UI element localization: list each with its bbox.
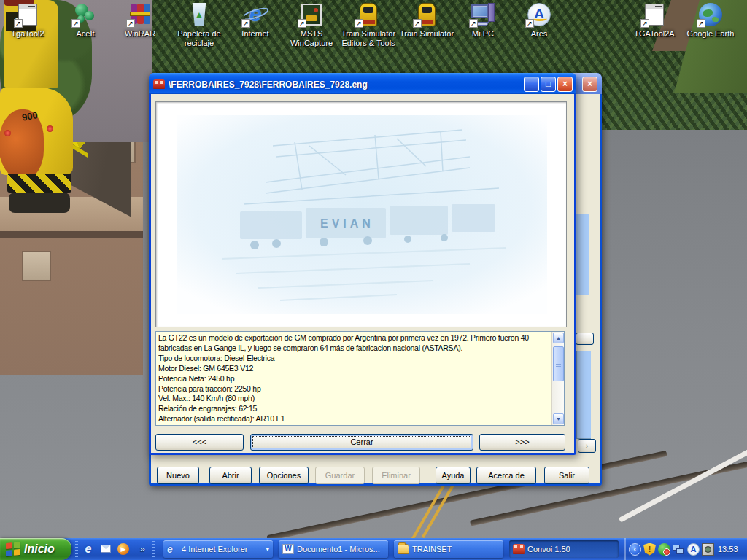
eng-file-dialog: \FERROBAIRES_7928\FERROBAIRES_7928.eng _…: [149, 73, 576, 455]
taskbar-button-internet-explorer[interactable]: e 4 Internet Explorer ▾: [163, 540, 273, 558]
minimize-button[interactable]: _: [524, 77, 539, 92]
start-button[interactable]: Inicio: [0, 538, 71, 560]
crane-hazard-stripes: [7, 174, 71, 192]
listbox-selection-fragment[interactable]: [576, 214, 589, 295]
taskbar-button-label: Documento1 - Micros...: [297, 545, 384, 553]
desktop-screen: EV 900 ↗ TgaTool2 ↗ AceIt ↗: [0, 0, 747, 560]
main-window-close-button[interactable]: ×: [582, 77, 597, 92]
description-line: Motor Diesel: GM 645E3 V12: [158, 364, 549, 374]
shortcut-arrow-icon: ↗: [469, 19, 478, 28]
taskbar-separator: [152, 541, 155, 557]
desktop-icon-label: Train Simulator Editors & Tools: [339, 29, 398, 48]
group-dropdown-icon[interactable]: ▾: [266, 545, 269, 553]
preview-wagon-text: EVIAN: [320, 217, 374, 230]
nuevo-button[interactable]: Nuevo: [157, 467, 199, 484]
taskbar-button-label: Convoi 1.50: [527, 545, 615, 553]
shortcut-arrow-icon: ↗: [525, 19, 534, 28]
scroll-down-button[interactable]: ▼: [553, 413, 564, 424]
security-shield-icon[interactable]: !: [643, 543, 656, 556]
desktop-icon-label: Mi PC: [454, 29, 512, 39]
description-line: Alternador (salida rectificada): AR10 F1: [158, 414, 549, 424]
browse-button[interactable]: [576, 332, 594, 345]
next-button[interactable]: >>>: [479, 434, 565, 451]
spheres-icon: [85, 11, 94, 20]
shortcut-arrow-icon: ↗: [241, 19, 250, 28]
taskbar-button-word-document[interactable]: W Documento1 - Micros...: [279, 540, 388, 558]
desktop-icon-label: TgaTool2: [0, 29, 57, 39]
opciones-button[interactable]: Opciones: [259, 467, 309, 484]
guardar-button: Guardar: [315, 467, 365, 484]
computer-tower-icon: [488, 3, 495, 22]
crane-undercarriage: [9, 192, 70, 213]
utility-tray-icon[interactable]: [702, 543, 714, 556]
cerrar-button[interactable]: Cerrar: [250, 434, 473, 451]
desktop-icon-label: MSTS WinCapture: [282, 29, 341, 48]
desktop-icon-train-simulator[interactable]: ↗ Train Simulator: [398, 2, 456, 39]
desktop-icon-ares[interactable]: A↗ Ares: [510, 2, 568, 39]
hide-tray-icons-button[interactable]: ‹: [629, 543, 641, 556]
quicklaunch-media-player-icon[interactable]: ▶: [117, 542, 130, 556]
desktop-icon-google-earth[interactable]: ↗ Google Earth: [681, 2, 740, 39]
network-icon[interactable]: [673, 543, 685, 556]
previous-button[interactable]: <<<: [155, 434, 244, 451]
salir-button[interactable]: Salir: [544, 467, 589, 484]
description-line: Potencia para tracción: 2250 hp: [158, 384, 549, 394]
scrollbar-thumb[interactable]: [553, 346, 564, 381]
ayuda-button[interactable]: Ayuda: [436, 467, 471, 484]
desktop-icon-winrar[interactable]: ↗ WinRAR: [111, 2, 169, 39]
description-line: fabricadas en La Gange IL, y luego se co…: [158, 343, 549, 354]
desktop-icon-mi-pc[interactable]: ↗ Mi PC: [454, 2, 512, 39]
desktop-icon-label: Internet: [226, 29, 285, 39]
listbox-selection-fragment[interactable]: [576, 351, 591, 439]
shortcut-arrow-icon: ↗: [697, 19, 705, 28]
internet-explorer-icon: e: [167, 544, 179, 554]
shortcut-arrow-icon: ↗: [355, 19, 363, 28]
maximize-button[interactable]: □: [541, 77, 556, 92]
desktop-icon-recycle-bin[interactable]: ▲ Papelera de reciclaje: [170, 2, 228, 48]
desktop-icon-label: WinRAR: [111, 29, 169, 39]
acerca-de-button[interactable]: Acerca de: [476, 467, 536, 484]
desktop-icon-tgatool2[interactable]: ↗ TgaTool2: [0, 2, 57, 39]
dialog-body: EVIAN La GT22 es un modelo de exportació…: [151, 94, 574, 453]
desktop-icon-train-sim-editors[interactable]: ↗ Train Simulator Editors & Tools: [339, 2, 398, 48]
taskbar-button-convoi[interactable]: Convoi 1.50: [509, 540, 619, 558]
scroll-up-button[interactable]: ▲: [553, 332, 564, 343]
description-line: Tipo de locomotora: Diesel-Electrica: [158, 354, 549, 364]
desktop-icon-tgatool2a[interactable]: ↗ TGATool2A: [625, 2, 684, 39]
computer-icon: [471, 4, 489, 18]
taskbar-button-label: TRAINSET: [412, 545, 500, 553]
building-window: [22, 251, 51, 281]
close-button[interactable]: ×: [557, 77, 573, 92]
desktop-icon-internet[interactable]: e↗ Internet: [226, 2, 285, 39]
description-textbox[interactable]: La GT22 es un modelo de exportación de G…: [155, 331, 565, 426]
taskbar-button-trainset-folder[interactable]: TRAINSET: [394, 540, 503, 558]
more-button[interactable]: ›: [578, 439, 596, 453]
shortcut-arrow-icon: ↗: [298, 19, 306, 28]
quicklaunch-outlook-express-icon[interactable]: [99, 542, 112, 556]
taskbar-separator: [75, 541, 78, 557]
description-line: La GT22 es un modelo de exportación de G…: [158, 333, 549, 343]
desktop-icon-label: Google Earth: [681, 29, 740, 39]
desktop-icon-label: AceIt: [56, 29, 115, 39]
locomotive-preview-panel: EVIAN: [155, 101, 567, 327]
eliminar-button: Eliminar: [372, 467, 420, 484]
dialog-title: \FERROBAIRES_7928\FERROBAIRES_7928.eng: [169, 79, 524, 90]
recycle-bin-icon: ▲: [191, 3, 207, 26]
crane-light: [4, 130, 11, 136]
quicklaunch-internet-explorer-icon[interactable]: e: [82, 542, 95, 556]
taskbar-clock: 13:53: [718, 545, 738, 553]
desktop-icon-msts-wincapture[interactable]: ↗ MSTS WinCapture: [282, 2, 341, 48]
status-alert-icon[interactable]: [658, 543, 670, 556]
desktop-icon-aceit[interactable]: ↗ AceIt: [56, 2, 115, 39]
vertical-scrollbar[interactable]: ▲ ▼: [551, 332, 564, 425]
windows-logo-icon: [6, 542, 20, 556]
dialog-titlebar[interactable]: \FERROBAIRES_7928\FERROBAIRES_7928.eng _…: [149, 73, 576, 94]
quicklaunch-overflow-chevron[interactable]: »: [136, 542, 149, 556]
abrir-button[interactable]: Abrir: [209, 467, 252, 484]
description-line: Relación de engranajes: 62:15: [158, 404, 549, 414]
description-line: Vel. Max.: 140 Km/h (80 mph): [158, 394, 549, 404]
ares-tray-icon[interactable]: A: [687, 543, 700, 556]
locomotive-preview-image: EVIAN: [156, 102, 567, 327]
taskbar: Inicio e ▶ » e 4 Internet Explorer ▾ W D…: [0, 538, 747, 560]
convoi-train-icon: [513, 544, 525, 554]
